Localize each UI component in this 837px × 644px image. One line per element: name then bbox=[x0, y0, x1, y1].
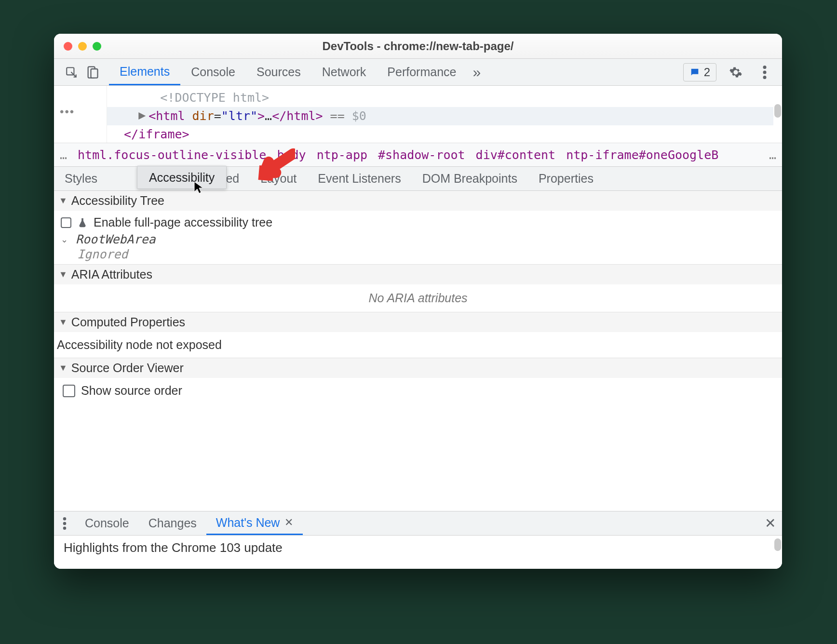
breadcrumb: … html.focus-outline-visible body ntp-ap… bbox=[54, 143, 782, 167]
section-title: Source Order Viewer bbox=[71, 361, 184, 375]
settings-button[interactable] bbox=[726, 66, 745, 79]
dom-tree[interactable]: ••• <!DOCTYPE html> ▶<html dir="ltr">…</… bbox=[54, 86, 782, 143]
section-title: Accessibility Tree bbox=[71, 194, 164, 208]
section-computed-properties: ▼ Computed Properties Accessibility node… bbox=[54, 312, 782, 358]
minimize-window-button[interactable] bbox=[78, 42, 87, 51]
close-tab-icon[interactable]: ✕ bbox=[284, 516, 293, 529]
dom-gutter: ••• bbox=[54, 86, 107, 143]
drawer-body: Highlights from the Chrome 103 update bbox=[54, 536, 782, 569]
dom-lines: <!DOCTYPE html> ▶<html dir="ltr">…</html… bbox=[117, 89, 773, 144]
panel-tab-styles[interactable]: Styles bbox=[54, 167, 108, 190]
computed-body: Accessibility node not exposed bbox=[54, 332, 782, 358]
traffic-lights bbox=[64, 42, 101, 51]
drawer-tab-whats-new[interactable]: What's New ✕ bbox=[206, 511, 303, 535]
message-icon bbox=[689, 67, 700, 78]
drawer-tabs: Console Changes What's New ✕ ✕ bbox=[54, 511, 782, 536]
expand-triangle-icon[interactable]: ▶ bbox=[138, 106, 146, 124]
svg-point-3 bbox=[763, 66, 767, 69]
svg-point-6 bbox=[63, 517, 67, 521]
section-source-order: ▼ Source Order Viewer Show source order bbox=[54, 358, 782, 403]
caret-down-icon: ▼ bbox=[59, 363, 68, 373]
section-accessibility-tree: ▼ Accessibility Tree Enable full-page ac… bbox=[54, 191, 782, 265]
breadcrumb-overflow-left[interactable]: … bbox=[60, 148, 67, 162]
title-bar: DevTools - chrome://new-tab-page/ bbox=[54, 34, 782, 59]
checkbox-show-source-order[interactable] bbox=[63, 385, 75, 397]
drawer-tab-changes[interactable]: Changes bbox=[139, 511, 206, 535]
drawer-menu-button[interactable] bbox=[54, 511, 75, 535]
issues-button[interactable]: 2 bbox=[683, 63, 716, 81]
ax-node-ignored[interactable]: Ignored bbox=[77, 247, 775, 261]
dom-line-doctype[interactable]: <!DOCTYPE html> bbox=[117, 89, 773, 107]
panel-tab-event-listeners[interactable]: Event Listeners bbox=[307, 167, 411, 190]
tab-elements[interactable]: Elements bbox=[109, 59, 180, 85]
drawer-tab-label: What's New bbox=[216, 516, 280, 530]
accessibility-panels: ▼ Accessibility Tree Enable full-page ac… bbox=[54, 191, 782, 403]
tab-performance[interactable]: Performance bbox=[377, 59, 467, 85]
drawer-tab-console[interactable]: Console bbox=[75, 511, 139, 535]
crumb-shadow-root[interactable]: #shadow-root bbox=[378, 148, 465, 162]
gear-icon bbox=[729, 66, 742, 79]
section-title: Computed Properties bbox=[71, 315, 185, 329]
aria-empty-message: No ARIA attributes bbox=[54, 284, 782, 312]
checkbox-enable-full-page-tree[interactable] bbox=[61, 217, 71, 228]
caret-down-icon: ▼ bbox=[59, 269, 68, 280]
caret-down-icon: ▼ bbox=[59, 317, 68, 327]
tab-console[interactable]: Console bbox=[180, 59, 246, 85]
mouse-cursor-icon bbox=[194, 181, 203, 195]
crumb-ntp-app[interactable]: ntp-app bbox=[317, 148, 367, 162]
gutter-ellipsis: ••• bbox=[60, 105, 75, 119]
caret-down-icon[interactable]: ⌄ bbox=[61, 234, 68, 245]
close-window-button[interactable] bbox=[64, 42, 72, 51]
section-title: ARIA Attributes bbox=[71, 268, 152, 282]
whats-new-headline: Highlights from the Chrome 103 update bbox=[64, 540, 283, 555]
panel-tab-accessibility-dragging[interactable]: Accessibility bbox=[137, 166, 227, 189]
tab-sources[interactable]: Sources bbox=[246, 59, 311, 85]
section-aria-attributes: ▼ ARIA Attributes No ARIA attributes bbox=[54, 265, 782, 312]
window-title: DevTools - chrome://new-tab-page/ bbox=[54, 40, 782, 53]
dom-line-iframe-close[interactable]: </iframe> bbox=[117, 125, 773, 144]
section-header-source-order[interactable]: ▼ Source Order Viewer bbox=[54, 358, 782, 378]
drawer-close-button[interactable]: ✕ bbox=[758, 511, 782, 535]
drawer: Console Changes What's New ✕ ✕ Highlight… bbox=[54, 511, 782, 569]
kebab-icon bbox=[63, 517, 67, 530]
tab-network[interactable]: Network bbox=[311, 59, 377, 85]
svg-point-4 bbox=[763, 70, 767, 74]
annotation-arrow-icon bbox=[256, 148, 295, 189]
drawer-scrollbar-thumb[interactable] bbox=[774, 538, 781, 551]
main-toolbar: Elements Console Sources Network Perform… bbox=[54, 59, 782, 86]
svg-point-7 bbox=[63, 522, 67, 525]
panel-tabs: Styles Accessibility Computed Layout Eve… bbox=[54, 167, 782, 191]
flask-icon bbox=[77, 217, 88, 228]
section-header-aria[interactable]: ▼ ARIA Attributes bbox=[54, 265, 782, 284]
panel-tab-properties[interactable]: Properties bbox=[528, 167, 604, 190]
issues-count: 2 bbox=[704, 66, 710, 79]
dom-scrollbar-thumb[interactable] bbox=[774, 104, 781, 118]
crumb-div-content[interactable]: div#content bbox=[476, 148, 556, 162]
crumb-html[interactable]: html.focus-outline-visible bbox=[78, 148, 266, 162]
svg-point-8 bbox=[63, 526, 67, 530]
ax-node-root[interactable]: RootWebArea bbox=[76, 232, 156, 246]
panel-tab-dom-breakpoints[interactable]: DOM Breakpoints bbox=[412, 167, 528, 190]
devtools-window: DevTools - chrome://new-tab-page/ Elemen… bbox=[54, 34, 782, 569]
breadcrumb-overflow-right[interactable]: … bbox=[769, 148, 776, 162]
caret-down-icon: ▼ bbox=[59, 196, 68, 206]
section-header-computed[interactable]: ▼ Computed Properties bbox=[54, 312, 782, 332]
kebab-icon bbox=[763, 66, 767, 79]
toolbar-right: 2 bbox=[683, 59, 778, 85]
zoom-window-button[interactable] bbox=[93, 42, 101, 51]
tabs-overflow-button[interactable]: » bbox=[467, 59, 486, 85]
crumb-ntp-iframe[interactable]: ntp-iframe#oneGoogleB bbox=[566, 148, 718, 162]
dom-line-html[interactable]: ▶<html dir="ltr">…</html> == $0 bbox=[107, 107, 773, 125]
device-toolbar-icon[interactable] bbox=[82, 59, 103, 85]
inspect-element-icon[interactable] bbox=[61, 59, 82, 85]
enable-full-page-label: Enable full-page accessibility tree bbox=[94, 215, 272, 229]
main-tabs: Elements Console Sources Network Perform… bbox=[109, 59, 683, 85]
section-header-axtree[interactable]: ▼ Accessibility Tree bbox=[54, 191, 782, 211]
svg-point-5 bbox=[763, 76, 767, 79]
svg-rect-2 bbox=[91, 69, 98, 78]
breadcrumb-items: html.focus-outline-visible body ntp-app … bbox=[78, 148, 758, 162]
show-source-order-label: Show source order bbox=[81, 384, 182, 398]
more-menu-button[interactable] bbox=[755, 66, 774, 79]
